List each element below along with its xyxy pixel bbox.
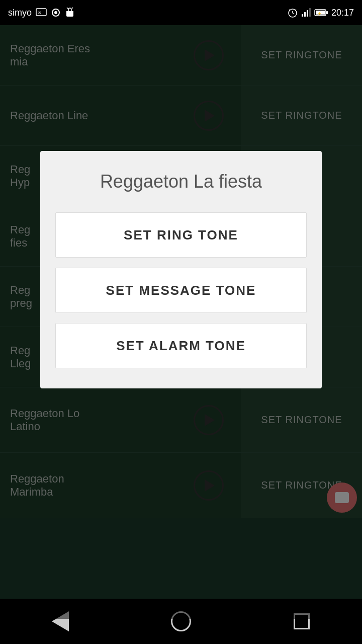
time-label: 20:17 — [331, 8, 354, 18]
svg-text:⚡: ⚡ — [317, 11, 322, 16]
status-bar: simyo ✉ — [0, 0, 362, 25]
svg-rect-9 — [302, 14, 303, 17]
svg-rect-10 — [304, 12, 306, 17]
message-icon: ✉ — [36, 8, 47, 17]
svg-line-8 — [293, 13, 294, 14]
set-ring-tone-button[interactable]: SET RING TONE — [55, 212, 307, 258]
status-right: ⚡ 20:17 — [287, 7, 354, 18]
set-alarm-tone-button[interactable]: SET ALARM TONE — [55, 323, 307, 368]
svg-line-5 — [72, 8, 73, 9]
svg-line-4 — [67, 8, 68, 9]
carrier-label: simyo — [8, 8, 32, 18]
svg-rect-12 — [309, 8, 311, 17]
battery-icon: ⚡ — [314, 9, 328, 17]
status-left: simyo ✉ — [8, 7, 75, 18]
set-message-tone-button[interactable]: SET MESSAGE TONE — [55, 268, 307, 313]
signal-icon — [301, 8, 311, 17]
dialog: Reggaeton La fiesta SET RING TONE SET ME… — [40, 151, 322, 388]
dot-icon — [51, 8, 61, 18]
svg-rect-11 — [307, 10, 308, 17]
svg-text:✉: ✉ — [38, 11, 41, 15]
android-icon — [65, 7, 75, 18]
alarm-icon — [287, 7, 298, 18]
dialog-title: Reggaeton La fiesta — [100, 171, 262, 192]
svg-point-3 — [54, 11, 57, 14]
svg-rect-14 — [326, 11, 328, 14]
